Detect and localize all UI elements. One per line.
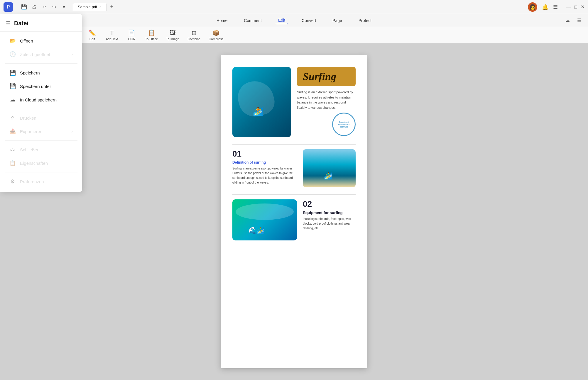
recent-label: Zuletzt geöffnet [20, 52, 50, 57]
menu-item-protect[interactable]: Protect [356, 17, 374, 24]
tab-label: Sample.pdf [78, 5, 97, 9]
menu-open[interactable]: 📂 Öffnen [2, 34, 80, 48]
surfing-description: Surfing is an extreme sport powered by w… [297, 90, 356, 110]
saveas-label: Speichern unter [20, 84, 51, 89]
divider-2 [232, 194, 356, 195]
save-menu-icon: 💾 [9, 69, 16, 76]
quick-access-toolbar: 💾 🖨 ↩ ↪ ▾ [20, 3, 68, 11]
menu-item-edit[interactable]: Edit [276, 17, 288, 24]
compress-tool-btn[interactable]: 📦 Compress [205, 28, 227, 42]
notification-icon[interactable]: 🔔 [542, 4, 548, 10]
save-label: Speichern [20, 70, 40, 75]
menu-sep-2 [5, 109, 77, 109]
close-label: Schließen [20, 147, 40, 152]
ocr-label: OCR [128, 37, 135, 41]
ocr-tool-btn[interactable]: 📄 OCR [123, 28, 141, 42]
properties-icon: 📋 [9, 160, 16, 166]
surfing-image-1 [232, 67, 291, 137]
section-01-body: Surfing is an extreme sport powered by w… [232, 166, 297, 185]
edit-tool-btn[interactable]: ✏️ Edit [83, 28, 101, 42]
toolbar: — 100% ⊕ ↖ ⊕ Sticker ✏️ Edit T Add Text … [0, 27, 588, 43]
menu-export: 📤 Exportieren › [2, 125, 80, 138]
addtext-tool-btn[interactable]: T Add Text [102, 28, 122, 42]
preferences-label: Präferenzen [20, 179, 44, 184]
combine-label: Combine [187, 37, 200, 41]
stamp-line1: Department [338, 121, 349, 123]
minimize-btn[interactable]: — [566, 5, 571, 9]
section-01: 01 Definition of surfing Surfing is an e… [232, 149, 356, 187]
combine-tool-btn[interactable]: ⊞ Combine [184, 28, 204, 42]
tab-sample-pdf[interactable]: Sample.pdf × [73, 3, 107, 11]
file-menu-title: Datei [14, 20, 28, 27]
pdf-header-section: Surfing Surfing is an extreme sport powe… [232, 67, 356, 137]
menu-savecloud[interactable]: ☁ In Cloud speichern [2, 93, 80, 106]
surfing-title: Surfing [303, 70, 350, 83]
menu-print: 🖨 Drucken [2, 111, 80, 125]
window-controls: — □ ✕ [566, 5, 584, 9]
surfing-image-3 [232, 199, 297, 240]
export-icon: 📤 [9, 128, 16, 135]
savecloud-label: In Cloud speichern [20, 97, 57, 102]
section-01-text: 01 Definition of surfing Surfing is an e… [232, 149, 297, 187]
menu-item-page[interactable]: Page [330, 17, 344, 24]
toimage-tool-btn[interactable]: 🖼 To Image [163, 28, 183, 42]
menu-save[interactable]: 💾 Speichern [2, 66, 80, 79]
save-icon-btn[interactable]: 💾 [20, 3, 28, 11]
section-02-text: 02 Equipment for surfing Including surfb… [303, 199, 356, 240]
menu-item-comment[interactable]: Comment [241, 17, 264, 24]
hamburger-menu-btn[interactable]: ☰ [553, 4, 558, 10]
main-content: Surfing Surfing is an extreme sport powe… [0, 43, 588, 380]
title-bar-controls: 👩 🔔 ☰ — □ ✕ [528, 2, 584, 12]
cloud-sync-icon[interactable]: ☁ [563, 16, 572, 25]
app-icon[interactable]: P [4, 2, 13, 12]
add-tab-btn[interactable]: + [108, 3, 116, 11]
maximize-btn[interactable]: □ [574, 5, 577, 9]
tab-close-btn[interactable]: × [99, 5, 102, 9]
undo-icon-btn[interactable]: ↩ [40, 3, 48, 11]
section-01-title[interactable]: Definition of surfing [232, 160, 297, 164]
section-02-number: 02 [303, 199, 356, 209]
close-window-btn[interactable]: ✕ [581, 5, 584, 9]
recent-arrow-icon: › [71, 52, 73, 57]
menu-sep-1 [5, 63, 77, 64]
open-icon: 📂 [9, 38, 16, 44]
section-01-number: 01 [232, 149, 297, 159]
settings-icon[interactable]: ☰ [575, 16, 583, 25]
recent-icon: 🕐 [9, 51, 16, 57]
stamp-line3: 2024/7/22 [338, 126, 349, 128]
export-label: Exportieren [20, 129, 43, 134]
export-arrow-icon: › [71, 129, 73, 134]
redo-icon-btn[interactable]: ↪ [50, 3, 58, 11]
toimage-label: To Image [166, 37, 179, 41]
stamp-line2: Administrator [338, 123, 349, 125]
print-icon-btn[interactable]: 🖨 [30, 3, 38, 11]
title-bar: P 💾 🖨 ↩ ↪ ▾ Sample.pdf × + 👩 🔔 ☰ — □ ✕ [0, 0, 588, 14]
pdf-viewer[interactable]: Surfing Surfing is an extreme sport powe… [0, 43, 588, 380]
menu-item-home[interactable]: Home [214, 17, 230, 24]
preferences-icon: ⚙ [9, 178, 16, 185]
pdf-page: Surfing Surfing is an extreme sport powe… [221, 55, 367, 368]
menu-sep-4 [5, 172, 77, 172]
menu-close: 🗂 Schließen [2, 143, 80, 156]
addtext-label: Add Text [106, 37, 118, 41]
combine-icon: ⊞ [192, 29, 197, 36]
tab-area: Sample.pdf × + [73, 3, 116, 11]
section-02-title: Equipment for surfing [303, 211, 356, 215]
savecloud-icon: ☁ [9, 96, 16, 103]
surfing-title-badge: Surfing [297, 67, 356, 86]
menu-sep-3 [5, 140, 77, 141]
close-menu-icon: 🗂 [9, 147, 16, 153]
menu-properties: 📋 Eigenschaften [2, 156, 80, 170]
menu-recent: 🕐 Zuletzt geöffnet › [2, 48, 80, 61]
menu-saveas[interactable]: 💾 Speichern unter [2, 79, 80, 93]
compress-label: Compress [209, 37, 223, 41]
print-label: Drucken [20, 116, 36, 121]
avatar[interactable]: 👩 [528, 2, 537, 12]
ocr-icon: 📄 [128, 29, 135, 36]
menu-item-convert[interactable]: Convert [299, 17, 318, 24]
department-stamp: Department Administrator 2024/7/22 [332, 113, 356, 136]
tooffice-tool-btn[interactable]: 📋 To Office [142, 28, 161, 42]
menu-preferences: ⚙ Präferenzen [2, 175, 80, 188]
properties-label: Eigenschaften [20, 161, 48, 166]
dropdown-icon-btn[interactable]: ▾ [60, 3, 68, 11]
